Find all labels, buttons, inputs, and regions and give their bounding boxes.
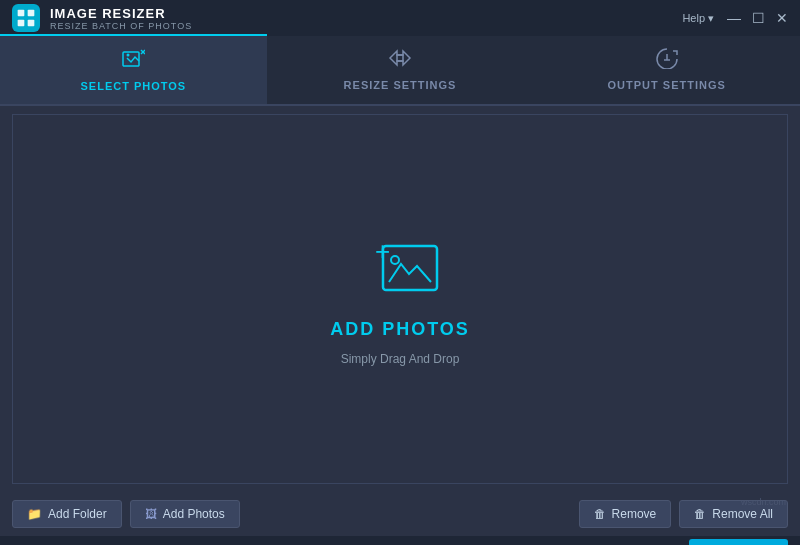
svg-rect-0 <box>18 10 25 17</box>
app-icon <box>12 4 40 32</box>
trash-all-icon: 🗑 <box>694 507 706 521</box>
add-folder-button[interactable]: 📁 Add Folder <box>12 500 122 528</box>
watermark: wscdn.com <box>741 497 786 507</box>
title-bar: IMAGE RESIZER RESIZE BATCH OF PHOTOS Hel… <box>0 0 800 36</box>
status-bar: ✓ Registered Version Next › <box>0 536 800 545</box>
tab-resize-settings-label: RESIZE SETTINGS <box>344 79 457 91</box>
trash-icon: 🗑 <box>594 507 606 521</box>
drag-drop-label: Simply Drag And Drop <box>341 352 460 366</box>
minimize-button[interactable]: — <box>728 12 740 24</box>
svg-rect-13 <box>383 246 437 290</box>
drop-zone[interactable]: + ADD PHOTOS Simply Drag And Drop <box>330 232 470 366</box>
tab-output-settings-label: OUTPUT SETTINGS <box>608 79 726 91</box>
title-bar-right: Help ▾ — ☐ ✕ <box>682 12 788 25</box>
select-photos-icon <box>121 48 145 75</box>
add-photo-icon: + <box>355 232 445 307</box>
output-settings-icon <box>655 47 679 74</box>
next-button[interactable]: Next › <box>689 539 788 546</box>
main-content-area[interactable]: + ADD PHOTOS Simply Drag And Drop <box>12 114 788 484</box>
svg-point-5 <box>127 54 130 57</box>
app-title: IMAGE RESIZER <box>50 6 192 21</box>
tab-bar: SELECT PHOTOS RESIZE SETTINGS OUTPUT SET… <box>0 36 800 106</box>
app-subtitle: RESIZE BATCH OF PHOTOS <box>50 21 192 31</box>
tab-select-photos[interactable]: SELECT PHOTOS <box>0 34 267 104</box>
close-button[interactable]: ✕ <box>776 12 788 24</box>
svg-point-14 <box>391 256 399 264</box>
tab-output-settings[interactable]: OUTPUT SETTINGS <box>533 34 800 104</box>
tab-select-photos-label: SELECT PHOTOS <box>80 80 186 92</box>
resize-settings-icon <box>388 47 412 74</box>
image-icon: 🖼 <box>145 507 157 521</box>
svg-rect-2 <box>18 20 25 27</box>
bottom-left-actions: 📁 Add Folder 🖼 Add Photos <box>12 500 240 528</box>
remove-button[interactable]: 🗑 Remove <box>579 500 672 528</box>
add-photos-label: ADD PHOTOS <box>330 319 470 340</box>
title-info: IMAGE RESIZER RESIZE BATCH OF PHOTOS <box>50 6 192 31</box>
help-button[interactable]: Help ▾ <box>682 12 714 25</box>
svg-rect-3 <box>28 20 35 27</box>
bottom-action-bar: 📁 Add Folder 🖼 Add Photos 🗑 Remove 🗑 Rem… <box>0 492 800 536</box>
maximize-button[interactable]: ☐ <box>752 12 764 24</box>
folder-icon: 📁 <box>27 507 42 521</box>
add-photos-button[interactable]: 🖼 Add Photos <box>130 500 240 528</box>
tab-resize-settings[interactable]: RESIZE SETTINGS <box>267 34 534 104</box>
window-controls: — ☐ ✕ <box>728 12 788 24</box>
svg-rect-1 <box>28 10 35 17</box>
title-bar-left: IMAGE RESIZER RESIZE BATCH OF PHOTOS <box>12 4 192 32</box>
